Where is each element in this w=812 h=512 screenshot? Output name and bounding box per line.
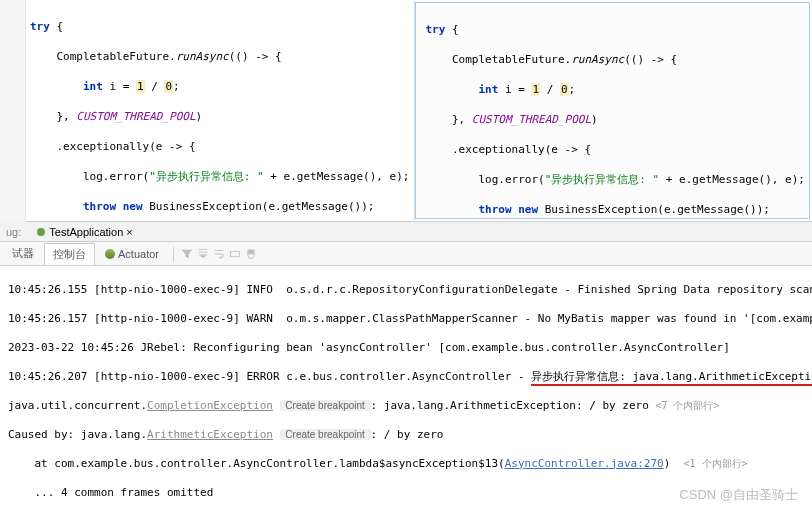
debug-tabs: ug: TestApplication × bbox=[0, 222, 812, 242]
run-status-icon bbox=[37, 228, 45, 236]
source-link[interactable]: AsyncController.java:270 bbox=[505, 457, 664, 470]
tab-debugger[interactable]: 试器 bbox=[4, 243, 42, 264]
log-line: 10:45:26.157 [http-nio-1000-exec-9] WARN… bbox=[8, 312, 808, 327]
svg-rect-0 bbox=[231, 251, 240, 256]
create-breakpoint-button[interactable]: Create breakpoint bbox=[280, 400, 371, 411]
log-line: ... 4 common frames omitted bbox=[8, 486, 808, 501]
tab-test-application[interactable]: TestApplication × bbox=[27, 226, 142, 238]
create-breakpoint-button[interactable]: Create breakpoint bbox=[280, 429, 371, 440]
svg-rect-1 bbox=[247, 249, 254, 253]
exception-link[interactable]: ArithmeticException bbox=[147, 428, 273, 441]
tool-window-bottom: ug: TestApplication × 试器 控制台 Actuator 10… bbox=[0, 222, 812, 512]
editor-split-view: trytry { { CompletableFuture.runAsync(()… bbox=[0, 0, 812, 222]
stack-line: at com.example.bus.controller.AsyncContr… bbox=[8, 457, 808, 472]
tab-actuator[interactable]: Actuator bbox=[97, 245, 167, 263]
print-icon[interactable] bbox=[228, 247, 242, 261]
exception-link[interactable]: CompletionException bbox=[147, 399, 273, 412]
console-toolbar: 试器 控制台 Actuator bbox=[0, 242, 812, 266]
filter-icon[interactable] bbox=[180, 247, 194, 261]
wrap-icon[interactable] bbox=[212, 247, 226, 261]
tab-console[interactable]: 控制台 bbox=[44, 243, 95, 265]
editor-pane-right[interactable]: try { CompletableFuture.runAsync(() -> {… bbox=[415, 2, 811, 219]
log-line: Caused by: java.lang.ArithmeticException… bbox=[8, 428, 808, 443]
console-output[interactable]: 10:45:26.155 [http-nio-1000-exec-9] INFO… bbox=[0, 266, 812, 512]
actuator-icon bbox=[105, 249, 115, 259]
log-line: 2023-03-22 10:45:26 JRebel: Reconfigurin… bbox=[8, 341, 808, 356]
scroll-icon[interactable] bbox=[196, 247, 210, 261]
debug-label: ug: bbox=[0, 226, 27, 238]
editor-pane-left[interactable]: trytry { { CompletableFuture.runAsync(()… bbox=[0, 0, 415, 221]
log-line-error: 10:45:26.207 [http-nio-1000-exec-9] ERRO… bbox=[8, 370, 808, 385]
editor-gutter bbox=[0, 0, 26, 222]
log-line: java.util.concurrent.CompletionException… bbox=[8, 399, 808, 414]
log-line: 10:45:26.155 [http-nio-1000-exec-9] INFO… bbox=[8, 283, 808, 298]
clear-icon[interactable] bbox=[244, 247, 258, 261]
